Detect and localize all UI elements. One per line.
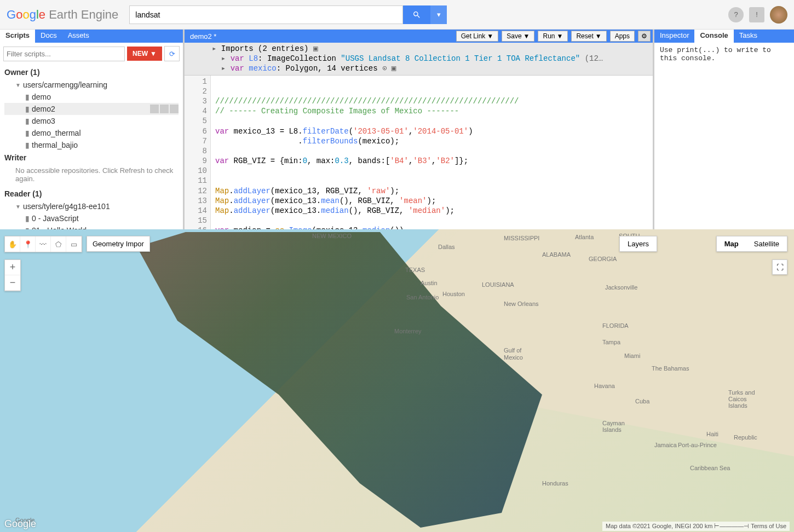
map-label: Caicos xyxy=(728,396,747,402)
map-label: NEW MEXICO xyxy=(312,233,352,239)
polygon-tool[interactable]: ⬠ xyxy=(51,236,66,252)
map-label: Miami xyxy=(624,352,640,359)
map-label: Jacksonville xyxy=(605,284,637,291)
tab-assets[interactable]: Assets xyxy=(62,30,95,43)
google-logo: Google xyxy=(4,518,36,530)
map-label: Austin xyxy=(421,280,438,286)
geometry-imports[interactable]: Geometry Impor xyxy=(87,236,150,252)
map-label: Islands xyxy=(602,426,622,433)
map-label: Cuba xyxy=(635,398,649,404)
map-label: Turks and xyxy=(728,389,755,396)
point-tool[interactable]: 📍 xyxy=(20,236,36,252)
map-attribution: Map data ©2021 Google, INEGI 200 km ⊢———… xyxy=(602,522,790,531)
tab-tasks[interactable]: Tasks xyxy=(734,30,763,43)
new-button[interactable]: NEW ▼ xyxy=(127,47,162,61)
script-item[interactable]: ▮demo3 xyxy=(4,115,179,127)
filter-scripts-input[interactable] xyxy=(3,47,125,61)
map-label: Mexico xyxy=(504,354,523,361)
script-item[interactable]: ▮01 - Hello World xyxy=(4,224,179,229)
pan-tool[interactable]: ✋ xyxy=(5,236,20,252)
map-label: Cayman xyxy=(602,420,625,426)
layers-button[interactable]: Layers xyxy=(619,236,657,252)
map-label: Atlanta xyxy=(575,234,594,240)
map-label: Islands xyxy=(728,402,747,409)
history-icon[interactable] xyxy=(150,105,159,113)
writer-msg: No accessible repositories. Click Refres… xyxy=(4,164,179,187)
avatar[interactable] xyxy=(770,6,787,24)
fullscreen-button[interactable]: ⛶ xyxy=(772,259,787,275)
repo-item[interactable]: ▼ users/tylere/g4g18-ee101 xyxy=(4,200,179,212)
search-input[interactable] xyxy=(129,5,403,24)
map-label: Haiti xyxy=(706,431,718,437)
maptype-map[interactable]: Map xyxy=(717,236,746,251)
map-label: TEXAS xyxy=(405,267,425,273)
map[interactable]: NEW MEXICODallasMISSISSIPPIALABAMAAtlant… xyxy=(0,229,794,532)
reset-button[interactable]: Reset ▼ xyxy=(571,31,606,42)
map-label: Republic xyxy=(734,434,757,441)
map-label: New Orleans xyxy=(504,300,539,307)
map-label: GEORGIA xyxy=(589,256,617,262)
script-item[interactable]: ▮0 - JavaScript xyxy=(4,212,179,224)
tab-scripts[interactable]: Scripts xyxy=(0,30,35,43)
script-item-selected[interactable]: ▮demo2 xyxy=(4,103,179,115)
edit-icon[interactable] xyxy=(160,105,169,113)
map-label: Havana xyxy=(594,383,615,389)
script-item[interactable]: ▮thermal_bajio xyxy=(4,139,179,151)
imports-block[interactable]: ▸ Imports (2 entries) ▣ ▸ var L8: ImageC… xyxy=(185,43,653,76)
map-label: Port-au-Prince xyxy=(678,442,717,448)
zoom-out[interactable]: − xyxy=(5,275,20,291)
map-label: FLORIDA xyxy=(602,322,629,329)
map-label: Houston xyxy=(442,291,465,297)
delete-icon[interactable] xyxy=(170,105,179,113)
map-label: Tampa xyxy=(602,339,620,345)
rect-tool[interactable]: ▭ xyxy=(66,236,82,252)
map-label: The Bahamas xyxy=(652,365,689,372)
search-dropdown[interactable]: ▾ xyxy=(430,5,447,24)
repo-item[interactable]: ▼ users/carmengg/learning xyxy=(4,79,179,91)
line-gutter: 1234567891011121314151617181920 xyxy=(185,76,211,229)
editor-tab-name: demo2 * xyxy=(185,32,222,41)
script-item[interactable]: ▮demo_thermal xyxy=(4,127,179,139)
console-message: Use print(...) to write to this console. xyxy=(654,43,794,66)
map-label: Monterrey xyxy=(394,328,422,334)
owner-header[interactable]: Owner (1) xyxy=(4,66,179,79)
map-label: San Antonio xyxy=(406,294,439,300)
reader-header[interactable]: Reader (1) xyxy=(4,187,179,200)
logo: Google Earth Engine xyxy=(7,8,118,22)
line-tool[interactable]: 〰 xyxy=(36,236,51,252)
map-label: MISSISSIPPI xyxy=(504,235,539,241)
save-button[interactable]: Save ▼ xyxy=(502,31,534,42)
settings-button[interactable]: ⚙ xyxy=(638,31,651,42)
tab-docs[interactable]: Docs xyxy=(35,30,62,43)
script-item[interactable]: ▮demo xyxy=(4,91,179,103)
help-icon[interactable]: ? xyxy=(728,7,744,22)
tab-inspector[interactable]: Inspector xyxy=(654,30,694,43)
refresh-button[interactable]: ⟳ xyxy=(164,46,180,61)
maptype-satellite[interactable]: Satellite xyxy=(746,236,787,251)
map-label: LOUISIANA xyxy=(482,281,514,288)
announcements-icon[interactable]: ! xyxy=(749,7,764,22)
map-label: ALABAMA xyxy=(542,251,571,258)
run-button[interactable]: Run ▼ xyxy=(538,31,568,42)
map-label: Dallas xyxy=(438,244,455,250)
map-label: Gulf of xyxy=(504,347,521,354)
zoom-in[interactable]: + xyxy=(5,260,20,275)
code-editor[interactable]: ////////////////////////////////////////… xyxy=(211,76,653,229)
map-label: Jamaica xyxy=(654,442,677,448)
search-button[interactable] xyxy=(403,5,430,24)
writer-header[interactable]: Writer xyxy=(4,151,179,164)
tab-console[interactable]: Console xyxy=(694,30,733,43)
getlink-button[interactable]: Get Link ▼ xyxy=(456,31,499,42)
map-label: Caribbean Sea xyxy=(690,465,730,471)
apps-button[interactable]: Apps xyxy=(610,31,635,42)
map-label: Honduras xyxy=(542,480,568,487)
